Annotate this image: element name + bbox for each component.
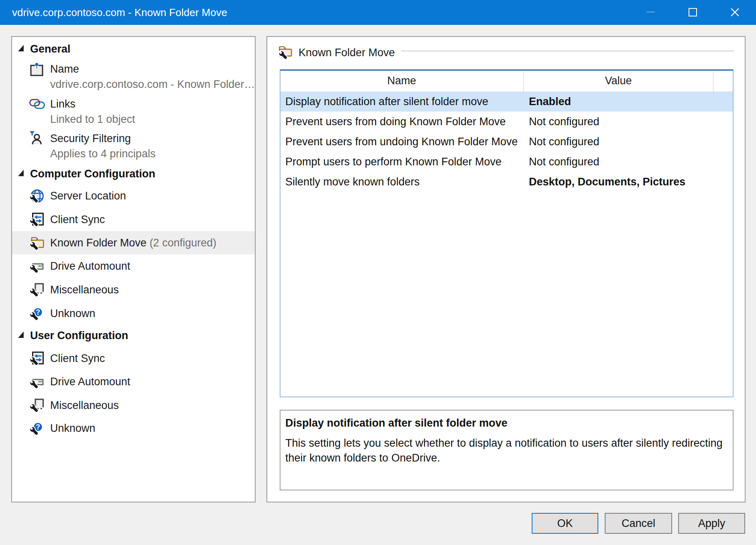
svg-text:?: ? <box>36 423 40 431</box>
svg-text:?: ? <box>36 308 40 316</box>
